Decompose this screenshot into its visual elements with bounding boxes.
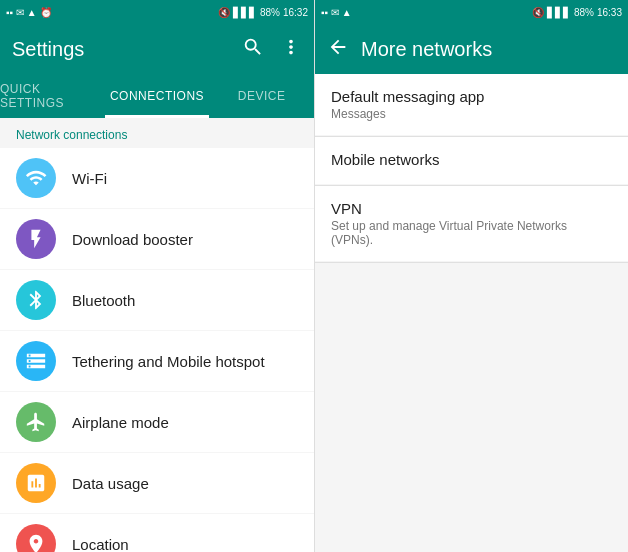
wifi-icon (16, 158, 56, 198)
settings-tabs: QUICK SETTINGS CONNECTIONS DEVICE (0, 74, 314, 118)
list-item-mobile-networks[interactable]: Mobile networks (315, 137, 628, 184)
list-item-vpn[interactable]: VPN Set up and manage Virtual Private Ne… (315, 186, 628, 261)
download-booster-label: Download booster (72, 231, 193, 248)
notification-icons: ✉ ▲ ⏰ (16, 7, 51, 18)
wifi-label: Wi-Fi (72, 170, 107, 187)
location-label: Location (72, 536, 129, 553)
right-status-right-icons: 🔇 ▋▋▋ 88% 16:33 (532, 7, 622, 18)
right-signal-icon: ▋▋▋ (547, 7, 571, 18)
more-networks-title: More networks (361, 38, 492, 61)
location-icon (16, 524, 56, 552)
list-item-tethering[interactable]: Tethering and Mobile hotspot (0, 331, 314, 391)
app-bar-action-icons (242, 36, 302, 63)
right-mute-icon: 🔇 (532, 7, 544, 18)
signal-icon: ▋▋▋ (233, 7, 257, 18)
list-item-airplane[interactable]: Airplane mode (0, 392, 314, 452)
mobile-networks-title: Mobile networks (331, 151, 612, 168)
data-usage-icon (16, 463, 56, 503)
vpn-title: VPN (331, 200, 612, 217)
right-status-left-icons: ▪▪ ✉ ▲ (321, 7, 352, 18)
battery-icon: 88% (260, 7, 280, 18)
left-panel: ▪▪ ✉ ▲ ⏰ 🔇 ▋▋▋ 88% 16:32 Settings QUICK … (0, 0, 314, 552)
tethering-icon (16, 341, 56, 381)
network-connections-header: Network connections (0, 118, 314, 148)
download-booster-icon (16, 219, 56, 259)
list-item-data-usage[interactable]: Data usage (0, 453, 314, 513)
airplane-label: Airplane mode (72, 414, 169, 431)
back-button[interactable] (327, 36, 349, 63)
right-notification-icons: ✉ ▲ (331, 7, 352, 18)
list-item-messaging[interactable]: Default messaging app Messages (315, 74, 628, 135)
vpn-subtitle: Set up and manage Virtual Private Networ… (331, 219, 612, 247)
tab-device[interactable]: DEVICE (209, 74, 314, 118)
mute-icon: 🔇 (218, 7, 230, 18)
tethering-label: Tethering and Mobile hotspot (72, 353, 265, 370)
list-item-bluetooth[interactable]: Bluetooth (0, 270, 314, 330)
left-app-bar: Settings (0, 24, 314, 74)
more-icon[interactable] (280, 36, 302, 63)
messaging-title: Default messaging app (331, 88, 612, 105)
tab-connections[interactable]: CONNECTIONS (105, 74, 210, 118)
list-item-location[interactable]: Location (0, 514, 314, 552)
right-time: 16:33 (597, 7, 622, 18)
right-panel: ▪▪ ✉ ▲ 🔇 ▋▋▋ 88% 16:33 More networks Def… (314, 0, 628, 552)
sim-icon: ▪▪ (6, 7, 13, 18)
divider-3 (315, 262, 628, 263)
right-sim-icon: ▪▪ (321, 7, 328, 18)
more-networks-app-bar: More networks (315, 24, 628, 74)
bluetooth-icon (16, 280, 56, 320)
more-networks-list: Default messaging app Messages Mobile ne… (315, 74, 628, 552)
list-item-wifi[interactable]: Wi-Fi (0, 148, 314, 208)
airplane-icon (16, 402, 56, 442)
left-time: 16:32 (283, 7, 308, 18)
messaging-subtitle: Messages (331, 107, 612, 121)
tab-quick-settings[interactable]: QUICK SETTINGS (0, 74, 105, 118)
left-status-bar: ▪▪ ✉ ▲ ⏰ 🔇 ▋▋▋ 88% 16:32 (0, 0, 314, 24)
bluetooth-label: Bluetooth (72, 292, 135, 309)
search-icon[interactable] (242, 36, 264, 63)
right-status-bar: ▪▪ ✉ ▲ 🔇 ▋▋▋ 88% 16:33 (315, 0, 628, 24)
settings-list: Wi-Fi Download booster Bluetooth Tetheri… (0, 148, 314, 552)
left-status-left-icons: ▪▪ ✉ ▲ ⏰ (6, 7, 52, 18)
settings-title: Settings (12, 38, 242, 61)
data-usage-label: Data usage (72, 475, 149, 492)
list-item-download[interactable]: Download booster (0, 209, 314, 269)
right-battery-icon: 88% (574, 7, 594, 18)
left-status-right-icons: 🔇 ▋▋▋ 88% 16:32 (218, 7, 308, 18)
